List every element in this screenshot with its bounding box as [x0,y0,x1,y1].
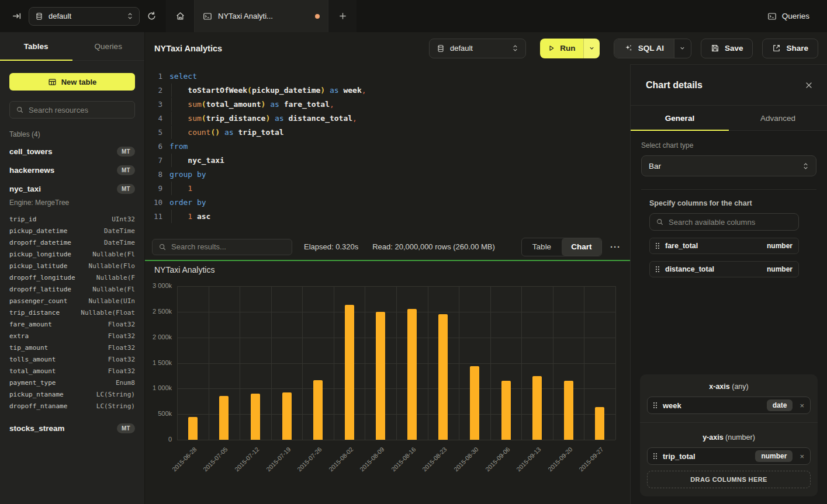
y-axis-column-chip[interactable]: trip_totalnumber× [647,447,811,465]
drag-handle-icon[interactable] [653,402,655,408]
column-row[interactable]: passenger_countNullable(UIn [9,295,135,307]
run-button[interactable]: Run [540,39,583,58]
table-name: cell_towers [9,147,53,156]
new-tab-button[interactable] [328,0,357,32]
chart-bar[interactable] [438,314,448,440]
chart-bar[interactable] [407,309,417,440]
code-line[interactable]: 11 1 asc [145,209,630,223]
y-axis-tick-label: 1 500k [145,359,172,366]
chart-bar[interactable] [470,366,479,440]
tab-label: Advanced [760,114,795,123]
sql-ai-options-button[interactable] [674,39,691,58]
chart-bar[interactable] [282,392,292,440]
tab-general[interactable]: General [631,106,729,130]
drag-handle-icon[interactable] [653,453,655,459]
queries-button[interactable]: Queries [762,0,827,32]
sidebar-tab-tables[interactable]: Tables [0,32,72,60]
save-button[interactable]: Save [701,39,753,58]
column-row[interactable]: dropoff_latitudeNullable(Fl [9,283,135,295]
new-table-button[interactable]: New table [9,73,135,91]
column-row[interactable]: trip_idUInt32 [9,213,135,225]
table-grid-icon [48,78,57,86]
remove-column-icon[interactable]: × [800,452,804,461]
collapse-sidebar-icon[interactable] [12,11,22,21]
drag-columns-dropzone[interactable]: DRAG COLUMNS HERE [647,471,811,488]
column-row[interactable]: extraFloat32 [9,330,135,342]
tab-label: NYTaxi Analyti... [218,12,309,20]
sidebar: Tables Queries New table Search resource… [0,32,145,504]
chart-bar[interactable] [532,376,542,440]
column-row[interactable]: pickup_ntanameLC(String) [9,388,135,400]
code-line[interactable]: 4 sum(trip_distance) as distance_total, [145,111,630,125]
more-options-button[interactable]: ··· [610,242,621,252]
chart-bar[interactable] [376,312,385,440]
available-column-chip[interactable]: fare_totalnumber [649,238,799,254]
code-line[interactable]: 5 count() as trip_total [145,125,630,139]
column-row[interactable]: pickup_datetimeDateTime [9,225,135,237]
chart-bar[interactable] [345,305,354,440]
sidebar-tab-queries[interactable]: Queries [72,32,145,60]
chart-type-select[interactable]: Bar [641,155,816,176]
chart-bar[interactable] [251,394,260,440]
chart-bar[interactable] [219,396,229,440]
refresh-icon[interactable] [147,11,157,21]
remove-column-icon[interactable]: × [800,401,804,410]
query-header: NYTaxi Analytics default Run [145,32,827,64]
toggle-chart[interactable]: Chart [562,238,601,256]
column-row[interactable]: trip_distanceNullable(Float [9,307,135,318]
close-icon[interactable] [805,81,813,89]
code-line[interactable]: 9 1 [145,181,630,195]
code-line[interactable]: 6from [145,139,630,153]
sql-editor[interactable]: 1select2 toStartOfWeek(pickup_datetime) … [145,64,630,234]
column-row[interactable]: fare_amountFloat32 [9,318,135,330]
chevron-updown-icon [802,162,809,170]
tab-nytaxi-analytics[interactable]: NYTaxi Analyti... [194,0,328,32]
unsaved-dot [315,14,320,19]
column-name: payment_type [9,379,56,387]
code-line[interactable]: 8group by [145,167,630,181]
run-database-selector[interactable]: default [429,39,526,58]
column-row[interactable]: dropoff_longitudeNullable(F [9,272,135,283]
gridline-v [428,286,428,440]
chart-bar[interactable] [188,417,198,440]
column-type: Nullable(UIn [89,297,135,305]
x-axis-column-chip[interactable]: weekdate× [647,397,811,414]
chart-bar[interactable] [595,407,604,440]
sidebar-item-nyc-taxi[interactable]: nyc_taxi MT [9,179,135,198]
chart-bar[interactable] [501,381,511,440]
code-line[interactable]: 10order by [145,195,630,209]
available-column-chip[interactable]: distance_totalnumber [649,261,799,277]
home-button[interactable] [166,0,194,32]
tab-advanced[interactable]: Advanced [729,106,827,130]
code-line[interactable]: 3 sum(total_amount) as fare_total, [145,97,630,111]
column-row[interactable]: tip_amountFloat32 [9,342,135,353]
chart-bar[interactable] [313,380,323,440]
search-results-input[interactable]: Search results... [152,239,292,255]
column-row[interactable]: pickup_latitudeNullable(Flo [9,260,135,272]
code-line[interactable]: 2 toStartOfWeek(pickup_datetime) as week… [145,83,630,97]
toggle-table[interactable]: Table [522,238,562,256]
search-icon [656,218,664,226]
axes-card: x-axis (any) weekdate× y-axis (number) t… [640,374,818,496]
column-row[interactable]: tolls_amountFloat32 [9,353,135,365]
sidebar-item-hackernews[interactable]: hackernews MT [9,161,135,179]
sidebar-search-input[interactable]: Search resources [9,101,135,119]
chart-bar[interactable] [564,381,573,440]
search-columns-input[interactable]: Search available columns [649,213,799,231]
column-row[interactable]: pickup_longitudeNullable(Fl [9,248,135,260]
sql-ai-button[interactable]: SQL AI [614,39,674,58]
code-line[interactable]: 7 nyc_taxi [145,153,630,167]
database-selector[interactable]: default [29,7,140,26]
column-row[interactable]: dropoff_ntanameLC(String) [9,400,135,412]
code-line[interactable]: 1select [145,69,630,83]
run-options-button[interactable] [583,39,600,58]
column-row[interactable]: dropoff_datetimeDateTime [9,237,135,248]
share-button[interactable]: Share [762,39,818,58]
drag-handle-icon[interactable] [656,243,657,249]
sidebar-body: New table Search resources Tables (4) ce… [0,61,144,437]
drag-handle-icon[interactable] [656,266,657,272]
column-row[interactable]: total_amountFloat32 [9,365,135,377]
sidebar-item-cell-towers[interactable]: cell_towers MT [9,142,135,161]
column-row[interactable]: payment_typeEnum8 [9,377,135,388]
sidebar-item-stocks-stream[interactable]: stocks_stream MT [9,419,135,437]
